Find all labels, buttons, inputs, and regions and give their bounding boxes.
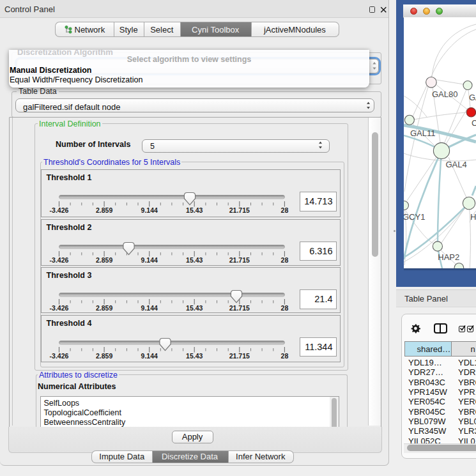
svg-text:9.144: 9.144 xyxy=(141,206,157,214)
svg-text:HAP2: HAP2 xyxy=(438,252,459,262)
svg-text:15.43: 15.43 xyxy=(186,352,203,360)
svg-text:9.144: 9.144 xyxy=(141,256,157,264)
svg-text:21.715: 21.715 xyxy=(229,352,249,360)
svg-text:-3.426: -3.426 xyxy=(49,304,68,312)
svg-text:28: 28 xyxy=(280,256,288,264)
svg-text:9.144: 9.144 xyxy=(141,304,157,312)
svg-text:2.859: 2.859 xyxy=(95,256,112,264)
svg-text:GAL4: GAL4 xyxy=(446,160,467,169)
svg-text:-3.426: -3.426 xyxy=(49,206,68,214)
svg-text:GAL: GAL xyxy=(469,93,476,102)
svg-text:15.43: 15.43 xyxy=(186,256,203,264)
svg-text:GAL11: GAL11 xyxy=(410,128,436,138)
svg-text:21.715: 21.715 xyxy=(229,206,249,214)
svg-text:CY: CY xyxy=(472,118,476,128)
svg-text:GAL80: GAL80 xyxy=(432,89,457,99)
svg-text:9.144: 9.144 xyxy=(141,352,157,360)
svg-text:-3.426: -3.426 xyxy=(49,352,68,360)
svg-text:28: 28 xyxy=(280,352,288,360)
svg-text:2.859: 2.859 xyxy=(95,304,112,312)
svg-text:15.43: 15.43 xyxy=(186,304,203,312)
svg-text:HI: HI xyxy=(470,212,476,222)
svg-text:2.859: 2.859 xyxy=(95,352,112,360)
svg-text:28: 28 xyxy=(280,206,288,214)
svg-text:28: 28 xyxy=(280,304,288,312)
svg-text:15.43: 15.43 xyxy=(186,206,203,214)
svg-text:21.715: 21.715 xyxy=(229,304,249,312)
svg-text:GCY1: GCY1 xyxy=(404,212,425,222)
svg-text:-3.426: -3.426 xyxy=(49,256,68,264)
svg-text:2.859: 2.859 xyxy=(95,206,112,214)
svg-text:21.715: 21.715 xyxy=(229,256,249,264)
